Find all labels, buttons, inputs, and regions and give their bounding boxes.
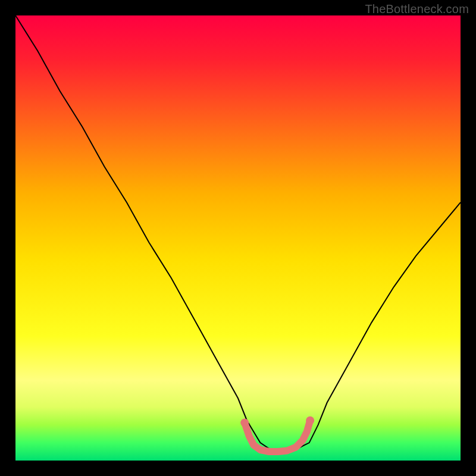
watermark-text: TheBottleneck.com bbox=[365, 2, 469, 16]
chart-svg bbox=[15, 15, 461, 461]
bottleneck-curve bbox=[15, 15, 461, 452]
svg-point-0 bbox=[240, 418, 249, 427]
svg-point-1 bbox=[306, 416, 314, 425]
chart-frame: TheBottleneck.com bbox=[0, 0, 476, 476]
